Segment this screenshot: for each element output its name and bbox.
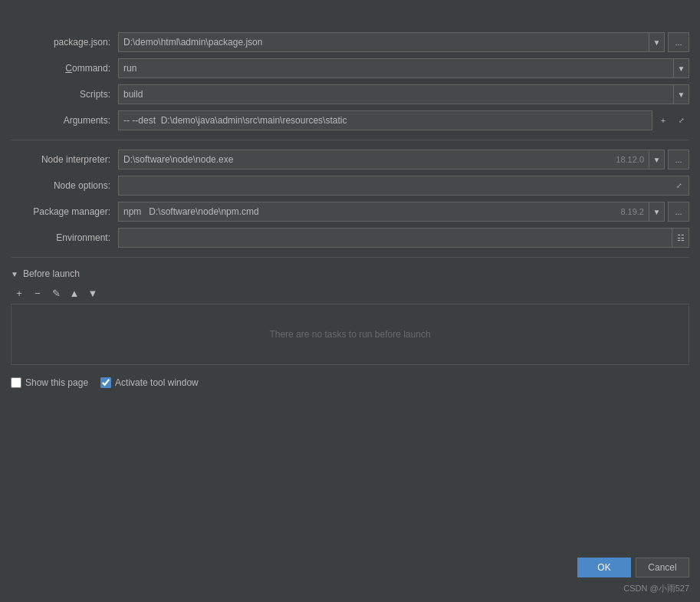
no-tasks-text: There are no tasks to run before launch <box>269 329 430 340</box>
scripts-input-area: build ▼ <box>118 84 689 104</box>
node-options-label: Node options: <box>11 180 118 191</box>
node-options-input-area: ⤢ <box>118 176 689 196</box>
node-options-expand-btn[interactable]: ⤢ <box>672 178 687 193</box>
package-manager-row: Package manager: npm D:\software\node\np… <box>11 199 689 225</box>
before-launch-header: ▼ Before launch <box>11 268 689 279</box>
collapse-arrow-icon[interactable]: ▼ <box>11 270 18 278</box>
package-json-input-area: D:\demo\html\admin\package.json ▼ ... <box>118 32 689 52</box>
node-interpreter-dropdown[interactable]: D:\software\node\node.exe 18.12.0 ▼ <box>118 150 665 169</box>
arguments-add-btn[interactable]: + <box>656 113 671 128</box>
before-launch-toolbar: + − ✎ ▲ ▼ <box>11 282 689 304</box>
arguments-label: Arguments: <box>11 115 118 126</box>
edit-task-btn[interactable]: ✎ <box>48 285 64 301</box>
form-area: package.json: D:\demo\html\admin\package… <box>0 29 700 251</box>
activate-tool-window-item[interactable]: Activate tool window <box>100 377 199 388</box>
package-manager-label: Package manager: <box>11 206 118 217</box>
move-down-btn[interactable]: ▼ <box>84 285 101 301</box>
node-interpreter-row: Node interpreter: D:\software\node\node.… <box>11 146 689 173</box>
show-this-page-label: Show this page <box>25 377 88 388</box>
node-options-row: Node options: ⤢ <box>11 173 689 199</box>
command-dropdown[interactable]: run ▼ <box>118 58 689 78</box>
show-this-page-checkbox[interactable] <box>11 377 21 388</box>
environment-label: Environment: <box>11 232 118 243</box>
package-json-row: package.json: D:\demo\html\admin\package… <box>11 29 689 55</box>
package-manager-browse-btn[interactable]: ... <box>668 202 689 222</box>
command-input-area: run ▼ <box>118 58 689 78</box>
ok-button[interactable]: OK <box>577 558 631 577</box>
environment-field[interactable] <box>119 236 672 239</box>
package-json-browse-btn[interactable]: ... <box>668 32 689 52</box>
environment-row: Environment: ☷ <box>11 225 689 251</box>
node-interpreter-path: D:\software\node\node.exe <box>119 153 611 166</box>
package-manager-input-area: npm D:\software\node\npm.cmd 8.19.2 ▼ ..… <box>118 202 689 222</box>
before-launch-section: ▼ Before launch + − ✎ ▲ ▼ There are no t… <box>0 268 700 365</box>
package-json-label: package.json: <box>11 37 118 48</box>
scripts-arrow[interactable]: ▼ <box>673 85 688 104</box>
arguments-expand-btn[interactable]: ⤢ <box>674 113 689 128</box>
environment-edit-btn[interactable]: ☷ <box>672 229 688 247</box>
npm-path: D:\software\node\npm.cmd <box>146 206 616 217</box>
node-version-badge: 18.12.0 <box>611 155 649 164</box>
top-bar <box>0 12 700 23</box>
command-label: Command: <box>11 63 118 74</box>
scripts-label: Scripts: <box>11 89 118 100</box>
command-arrow[interactable]: ▼ <box>673 59 688 77</box>
arguments-field[interactable] <box>118 110 652 130</box>
move-up-btn[interactable]: ▲ <box>66 285 83 301</box>
package-json-value: D:\demo\html\admin\package.json <box>119 35 649 49</box>
scripts-value: build <box>119 87 673 101</box>
node-interpreter-browse-btn[interactable]: ... <box>668 150 689 169</box>
package-json-arrow[interactable]: ▼ <box>649 33 664 51</box>
package-manager-arrow[interactable]: ▼ <box>649 202 664 221</box>
scripts-row: Scripts: build ▼ <box>11 81 689 107</box>
show-this-page-item[interactable]: Show this page <box>11 377 88 388</box>
command-row: Command: run ▼ <box>11 55 689 81</box>
npm-label: npm <box>119 206 146 217</box>
environment-input-area: ☷ <box>118 228 689 248</box>
node-options-field[interactable] <box>119 179 672 192</box>
bottom-buttons: OK Cancel <box>577 558 689 577</box>
node-interpreter-label: Node interpreter: <box>11 154 118 165</box>
package-manager-dropdown[interactable]: npm D:\software\node\npm.cmd 8.19.2 ▼ <box>118 202 665 222</box>
node-interpreter-arrow[interactable]: ▼ <box>649 150 664 169</box>
separator-2 <box>11 257 689 258</box>
cancel-button[interactable]: Cancel <box>636 558 689 577</box>
before-launch-label: Before launch <box>23 268 80 279</box>
bottom-checkboxes: Show this page Activate tool window <box>0 370 700 396</box>
environment-wrapper: ☷ <box>118 228 689 248</box>
npm-version: 8.19.2 <box>616 207 649 216</box>
remove-task-btn[interactable]: − <box>29 285 46 301</box>
arguments-input-area: + ⤢ <box>118 110 689 130</box>
add-task-btn[interactable]: + <box>11 285 28 301</box>
arguments-row: Arguments: + ⤢ <box>11 107 689 133</box>
activate-tool-window-label: Activate tool window <box>115 377 199 388</box>
separator-1 <box>11 140 689 140</box>
scripts-dropdown[interactable]: build ▼ <box>118 84 689 104</box>
before-launch-content: There are no tasks to run before launch <box>11 304 689 365</box>
command-value: run <box>119 61 673 75</box>
node-interpreter-input-area: D:\software\node\node.exe 18.12.0 ▼ ... <box>118 150 689 169</box>
node-options-wrapper: ⤢ <box>118 176 689 196</box>
package-json-dropdown[interactable]: D:\demo\html\admin\package.json ▼ <box>118 32 665 52</box>
activate-tool-window-checkbox[interactable] <box>100 377 111 388</box>
watermark: CSDN @小雨527 <box>623 583 689 594</box>
main-container: package.json: D:\demo\html\admin\package… <box>0 0 700 602</box>
